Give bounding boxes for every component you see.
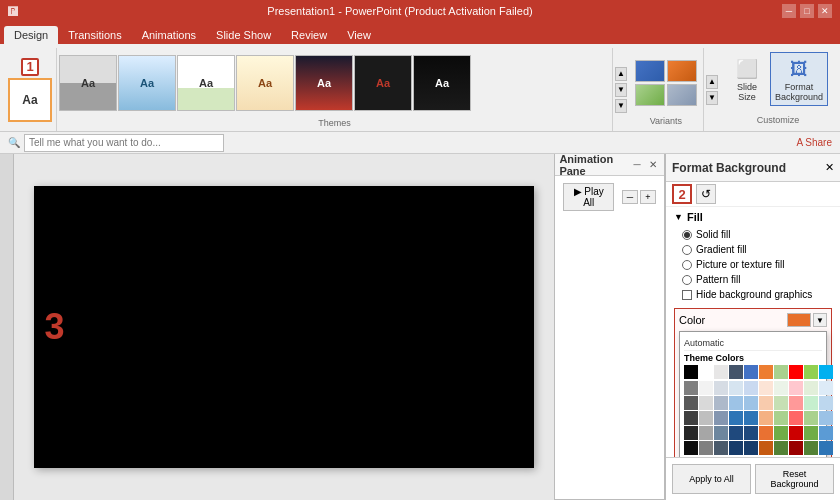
theme-shade-cell[interactable] — [819, 381, 833, 395]
variants-scroll[interactable]: ▲ ▼ — [706, 75, 718, 105]
theme-shade-cell[interactable] — [714, 396, 728, 410]
tab-slideshow[interactable]: Slide Show — [206, 26, 281, 44]
theme-color-cell[interactable] — [729, 365, 743, 379]
theme-color-cell[interactable] — [714, 365, 728, 379]
theme-shade-cell[interactable] — [774, 411, 788, 425]
theme-4[interactable]: Aa — [177, 55, 235, 111]
theme-shade-cell[interactable] — [699, 441, 713, 455]
theme-shade-cell[interactable] — [759, 411, 773, 425]
theme-shade-cell[interactable] — [804, 441, 818, 455]
theme-color-cell[interactable] — [759, 365, 773, 379]
theme-shade-cell[interactable] — [714, 441, 728, 455]
theme-shade-cell[interactable] — [729, 396, 743, 410]
theme-shade-cell[interactable] — [744, 426, 758, 440]
theme-shade-cell[interactable] — [744, 441, 758, 455]
theme-shade-cell[interactable] — [729, 381, 743, 395]
theme-shade-cell[interactable] — [714, 426, 728, 440]
maximize-button[interactable]: □ — [800, 4, 814, 18]
theme-8[interactable]: Aa — [413, 55, 471, 111]
share-button[interactable]: A Share — [796, 137, 832, 148]
reset-background-button[interactable]: Reset Background — [755, 464, 834, 494]
automatic-option[interactable]: Automatic — [684, 336, 822, 351]
theme-color-cell[interactable] — [699, 365, 713, 379]
themes-scroll-up[interactable]: ▲ — [615, 67, 627, 81]
theme-shade-cell[interactable] — [759, 426, 773, 440]
theme-shade-cell[interactable] — [699, 396, 713, 410]
theme-shade-cell[interactable] — [684, 381, 698, 395]
anim-minus[interactable]: ─ — [622, 190, 638, 204]
theme-shade-cell[interactable] — [774, 441, 788, 455]
variants-scroll-up[interactable]: ▲ — [706, 75, 718, 89]
theme-shade-cell[interactable] — [699, 426, 713, 440]
search-input[interactable] — [24, 134, 224, 152]
theme-shade-cell[interactable] — [789, 441, 803, 455]
theme-shade-cell[interactable] — [729, 426, 743, 440]
themes-scroll[interactable]: ▲ ▼ ▼ — [615, 67, 627, 113]
slide-canvas[interactable] — [34, 186, 534, 468]
variant-1[interactable] — [635, 60, 665, 82]
format-back-button[interactable]: ↺ — [696, 184, 716, 204]
theme-shade-cell[interactable] — [789, 381, 803, 395]
picture-fill-radio[interactable] — [682, 260, 692, 270]
theme-shade-cell[interactable] — [684, 441, 698, 455]
gradient-fill-radio[interactable] — [682, 245, 692, 255]
theme-shade-cell[interactable] — [804, 426, 818, 440]
theme-shade-cell[interactable] — [744, 381, 758, 395]
theme-5[interactable]: Aa — [236, 55, 294, 111]
theme-3[interactable]: Aa — [118, 55, 176, 111]
theme-color-cell[interactable] — [789, 365, 803, 379]
variant-4[interactable] — [667, 84, 697, 106]
theme-shade-cell[interactable] — [729, 441, 743, 455]
theme-color-cell[interactable] — [774, 365, 788, 379]
animation-pane-close[interactable]: ✕ — [646, 158, 660, 172]
theme-shade-cell[interactable] — [684, 426, 698, 440]
pattern-fill-option[interactable]: Pattern fill — [674, 272, 832, 287]
format-background-close[interactable]: ✕ — [825, 161, 834, 174]
theme-shade-cell[interactable] — [819, 426, 833, 440]
hide-bg-checkbox[interactable] — [682, 290, 692, 300]
theme-shade-cell[interactable] — [699, 411, 713, 425]
tab-review[interactable]: Review — [281, 26, 337, 44]
theme-7[interactable]: Aa — [354, 55, 412, 111]
theme-shade-cell[interactable] — [789, 396, 803, 410]
theme-shade-cell[interactable] — [819, 396, 833, 410]
theme-shade-cell[interactable] — [714, 411, 728, 425]
theme-shade-cell[interactable] — [774, 396, 788, 410]
theme-shade-cell[interactable] — [714, 381, 728, 395]
variant-2[interactable] — [667, 60, 697, 82]
theme-shade-cell[interactable] — [759, 396, 773, 410]
tab-transitions[interactable]: Transitions — [58, 26, 131, 44]
color-dropdown-arrow[interactable]: ▼ — [813, 313, 827, 327]
theme-shade-cell[interactable] — [774, 426, 788, 440]
theme-shade-cell[interactable] — [744, 396, 758, 410]
theme-shade-cell[interactable] — [789, 426, 803, 440]
theme-shade-cell[interactable] — [729, 411, 743, 425]
variant-3[interactable] — [635, 84, 665, 106]
anim-plus[interactable]: + — [640, 190, 656, 204]
format-background-button[interactable]: 🖼 FormatBackground — [770, 52, 828, 106]
variants-scroll-more[interactable]: ▼ — [706, 91, 718, 105]
theme-shade-cell[interactable] — [789, 411, 803, 425]
slide-size-button[interactable]: ⬜ SlideSize — [728, 52, 766, 106]
theme-shade-cell[interactable] — [804, 411, 818, 425]
theme-color-cell[interactable] — [744, 365, 758, 379]
themes-scroll-down[interactable]: ▼ — [615, 83, 627, 97]
solid-fill-radio[interactable] — [682, 230, 692, 240]
minimize-button[interactable]: ─ — [782, 4, 796, 18]
theme-shade-cell[interactable] — [819, 441, 833, 455]
hide-bg-option[interactable]: Hide background graphics — [674, 287, 832, 302]
theme-shade-cell[interactable] — [759, 381, 773, 395]
theme-2[interactable]: Aa — [59, 55, 117, 111]
theme-color-cell[interactable] — [804, 365, 818, 379]
theme-shade-cell[interactable] — [819, 411, 833, 425]
default-theme-thumb[interactable]: Aa — [8, 78, 52, 122]
fill-header[interactable]: ▼ Fill — [674, 211, 832, 223]
theme-shade-cell[interactable] — [804, 381, 818, 395]
theme-shade-cell[interactable] — [684, 396, 698, 410]
themes-scroll-more[interactable]: ▼ — [615, 99, 627, 113]
apply-to-all-button[interactable]: Apply to All — [672, 464, 751, 494]
theme-shade-cell[interactable] — [744, 411, 758, 425]
color-swatch[interactable] — [787, 313, 811, 327]
theme-6[interactable]: Aa — [295, 55, 353, 111]
theme-shade-cell[interactable] — [774, 381, 788, 395]
